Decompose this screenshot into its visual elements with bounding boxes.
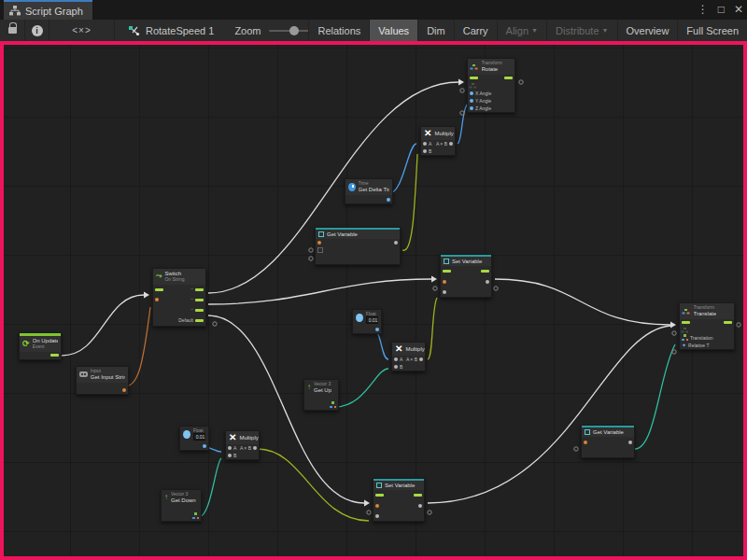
- maximize-icon[interactable]: □: [718, 0, 725, 20]
- tab-script-graph[interactable]: Script Graph: [4, 0, 92, 20]
- graph-breadcrumb[interactable]: RotateSpeed 1: [128, 25, 214, 36]
- multiply-a-port[interactable]: [423, 142, 427, 146]
- zoom-label: Zoom: [234, 25, 261, 36]
- relative-to-icon[interactable]: ✦: [682, 343, 686, 348]
- node-switch-on-string[interactable]: ⤳ Switch On String "" "" "" Default: [152, 268, 206, 327]
- carry-button[interactable]: Carry: [455, 20, 498, 41]
- node-set-variable-mid[interactable]: Set Variable: [440, 254, 492, 298]
- values-button[interactable]: Values: [370, 20, 418, 41]
- multiply-out-port[interactable]: [419, 357, 423, 361]
- multiply-icon: ✕: [424, 129, 431, 138]
- multiply-b-port[interactable]: [394, 365, 398, 369]
- zoom-slider-handle[interactable]: [289, 26, 299, 35]
- variable-value-in-port[interactable]: [375, 514, 379, 518]
- flow-in-port[interactable]: [375, 494, 384, 497]
- z-angle-port[interactable]: [470, 106, 473, 110]
- align-dropdown: Align ▼: [498, 20, 547, 41]
- float-out-port[interactable]: [203, 444, 206, 448]
- float-value-input[interactable]: 0.01: [193, 433, 205, 441]
- flow-in-port[interactable]: [682, 321, 690, 324]
- transform-icon: [472, 64, 475, 67]
- float-icon: [183, 430, 190, 439]
- node-get-delta-time[interactable]: Time Get Delta Time: [345, 178, 393, 204]
- multiply-b-port[interactable]: [228, 454, 232, 457]
- node-rotate[interactable]: Transform Rotate X Angle Y Angle Z Angle: [467, 58, 515, 113]
- multiply-a-port[interactable]: [228, 446, 232, 450]
- y-angle-port[interactable]: [470, 99, 473, 103]
- self-transform-icon[interactable]: [472, 83, 474, 86]
- up-arrow-icon: ↑: [307, 384, 311, 391]
- graph-node-icon: [128, 25, 140, 36]
- variable-name-port[interactable]: [584, 441, 587, 444]
- node-set-variable-bottom[interactable]: Set Variable: [373, 478, 425, 522]
- node-get-up[interactable]: ↑ Vector 3 Get Up: [303, 379, 339, 411]
- gamepad-icon: [79, 371, 88, 377]
- node-float-mid[interactable]: Float 0.01: [352, 309, 382, 334]
- multiply-out-port[interactable]: [253, 446, 257, 450]
- switch-case-out-port[interactable]: [195, 309, 204, 312]
- chevron-down-icon: ▼: [531, 27, 538, 34]
- switch-selector-port[interactable]: [155, 298, 159, 301]
- edit-graph-button[interactable]: <×>: [49, 20, 115, 41]
- flow-out-port[interactable]: [724, 321, 732, 324]
- node-get-down[interactable]: ↑ Vector 3 Get Down: [161, 489, 202, 522]
- multiply-b-port[interactable]: [423, 149, 427, 153]
- chevron-down-icon: ▼: [602, 27, 609, 34]
- close-icon[interactable]: ✕: [734, 0, 743, 20]
- switch-case-out-port[interactable]: [195, 299, 204, 301]
- variable-cube-icon: [444, 259, 449, 264]
- vector3-out-port[interactable]: [192, 512, 199, 519]
- variable-object-icon[interactable]: [317, 247, 323, 253]
- node-translate[interactable]: Transform Translate Translation ✦ Relati…: [679, 302, 735, 350]
- dim-button[interactable]: Dim: [418, 20, 455, 41]
- info-button[interactable]: i: [25, 20, 49, 41]
- flow-out-port[interactable]: [481, 270, 489, 273]
- flow-out-port[interactable]: [504, 77, 513, 79]
- clock-icon: [348, 183, 356, 191]
- variable-name-port[interactable]: [317, 241, 321, 245]
- tab-title: Script Graph: [25, 6, 83, 17]
- vector3-out-port[interactable]: [330, 401, 336, 408]
- node-multiply-top[interactable]: ✕ Multiply A A × B B: [420, 126, 456, 156]
- switch-case-out-port[interactable]: [195, 288, 204, 291]
- x-angle-port[interactable]: [470, 91, 473, 95]
- float-out-port[interactable]: [375, 328, 379, 331]
- variable-value-out-port[interactable]: [394, 241, 398, 245]
- node-get-input-string[interactable]: Input Get Input String: [76, 366, 129, 395]
- switch-flow-in-port[interactable]: [155, 288, 163, 291]
- lock-button[interactable]: [0, 20, 25, 41]
- relations-button[interactable]: Relations: [309, 20, 370, 41]
- flow-out-port[interactable]: [414, 494, 422, 497]
- flow-in-port[interactable]: [443, 270, 451, 273]
- node-get-variable-right[interactable]: Get Variable: [581, 425, 635, 458]
- variable-value-in-port[interactable]: [443, 290, 446, 294]
- variable-value-out-port[interactable]: [486, 280, 489, 284]
- variable-name-port[interactable]: [443, 280, 446, 284]
- translation-port[interactable]: [682, 334, 688, 341]
- variable-name-port[interactable]: [375, 504, 379, 508]
- node-multiply-bottom[interactable]: ✕ Multiply A A × B B: [225, 430, 260, 460]
- node-get-variable-top[interactable]: Get Variable: [315, 227, 401, 265]
- variable-cube-icon: [376, 483, 382, 488]
- overview-button[interactable]: Overview: [618, 20, 679, 41]
- node-multiply-mid[interactable]: ✕ Multiply A A × B B: [391, 342, 426, 371]
- flow-in-port[interactable]: [470, 77, 478, 79]
- switch-default-out-port[interactable]: [195, 319, 204, 322]
- fullscreen-button[interactable]: Full Screen: [678, 20, 747, 41]
- self-transform-icon[interactable]: [684, 328, 686, 330]
- input-string-out-port[interactable]: [122, 388, 126, 392]
- variable-value-out-port[interactable]: [628, 441, 632, 444]
- multiply-out-port[interactable]: [449, 142, 453, 146]
- variable-value-out-port[interactable]: [418, 504, 422, 508]
- multiply-a-port[interactable]: [394, 357, 398, 361]
- float-icon: [356, 314, 363, 322]
- node-float-bottom[interactable]: Float 0.01: [179, 426, 209, 451]
- window-menu-icon[interactable]: ⋮: [698, 0, 709, 20]
- delta-time-out-port[interactable]: [387, 198, 390, 202]
- update-flow-out-port[interactable]: [50, 354, 59, 357]
- variable-cube-icon: [585, 429, 590, 435]
- float-value-input[interactable]: 0.01: [366, 316, 378, 324]
- multiply-icon: ✕: [395, 344, 402, 354]
- node-on-update[interactable]: ⟳ On Update Event: [19, 332, 62, 360]
- update-loop-icon: ⟳: [22, 340, 30, 348]
